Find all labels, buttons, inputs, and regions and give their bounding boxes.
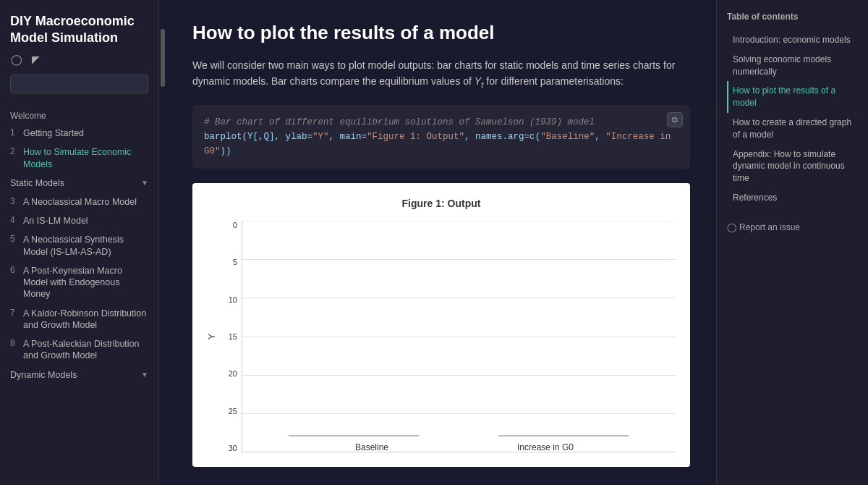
toc-label-introduction: Introduction: economic models xyxy=(733,35,851,45)
bar-group-baseline xyxy=(271,435,437,436)
y-label-0: 0 xyxy=(233,221,237,229)
sidebar-icons: ◯ ◤ xyxy=(10,53,148,66)
nav-num-7: 7 xyxy=(10,308,20,319)
dynamic-models-section[interactable]: Dynamic Models ▼ xyxy=(0,366,158,384)
sidebar-item-5[interactable]: 5 A Neoclassical Synthesis Model (IS-LM-… xyxy=(0,230,158,261)
sidebar-item-6[interactable]: 6 A Post-Keynesian Macro Model with Endo… xyxy=(0,261,158,304)
toc-label-solving: Solving economic models numerically xyxy=(733,54,831,77)
toc-label-appendix: Appendix: How to simulate dynamic model … xyxy=(733,149,845,184)
y-label-20: 20 xyxy=(229,369,237,378)
report-label: Report an issue xyxy=(739,222,800,232)
chart-container: Figure 1: Output Y 30 25 20 15 10 5 0 xyxy=(192,183,690,467)
github-icon[interactable]: ◯ xyxy=(10,53,23,66)
nav-label-6: A Post-Keynesian Macro Model with Endoge… xyxy=(23,265,148,300)
bar-group-g0 xyxy=(480,435,647,436)
report-icon: ◯ xyxy=(727,222,736,232)
x-label-baseline: Baseline xyxy=(307,442,437,452)
chevron-down-icon-2: ▼ xyxy=(141,371,148,379)
dynamic-models-label: Dynamic Models xyxy=(10,370,77,380)
main-content: How to plot the results of a model We wi… xyxy=(166,0,716,485)
y-label-15: 15 xyxy=(229,332,237,341)
scroll-thumb[interactable] xyxy=(161,29,165,87)
welcome-label: Welcome xyxy=(0,105,158,124)
toc-label-plot: How to plot the results of a model xyxy=(733,85,835,108)
x-label-g0: Increase in G0 xyxy=(480,442,610,452)
search-input[interactable] xyxy=(10,75,148,93)
sidebar-title: DIY Macroeconomic Model Simulation xyxy=(10,13,148,46)
nav-num-3: 3 xyxy=(10,196,20,208)
nav-label-8: A Post-Kaleckian Distribution and Growth… xyxy=(23,338,148,362)
code-line-1: # Bar chart of different equilibrium sol… xyxy=(204,115,678,130)
nav-num-1: 1 xyxy=(10,127,20,139)
code-args: (Y[,Q], ylab="Y", main="Figure 1: Output… xyxy=(204,132,671,156)
nav-label-3: A Neoclassical Macro Model xyxy=(23,196,137,208)
code-comment: # Bar chart of different equilibrium sol… xyxy=(204,117,595,127)
x-axis-labels: Baseline Increase in G0 xyxy=(242,436,676,452)
sidebar-item-4[interactable]: 4 An IS-LM Model xyxy=(0,211,158,230)
nav-num-5: 5 xyxy=(10,234,20,245)
nav-label-1: Getting Started xyxy=(23,127,84,139)
y-label-25: 25 xyxy=(229,407,237,416)
sidebar-header: DIY Macroeconomic Model Simulation ◯ ◤ xyxy=(0,0,158,101)
nav-num-4: 4 xyxy=(10,215,20,227)
sidebar: DIY Macroeconomic Model Simulation ◯ ◤ W… xyxy=(0,0,159,485)
nav-num-6: 6 xyxy=(10,265,20,277)
code-block: ⧉ # Bar chart of different equilibrium s… xyxy=(192,105,690,169)
code-line-2: barplot(Y[,Q], ylab="Y", main="Figure 1:… xyxy=(204,130,678,159)
toc-item-introduction[interactable]: Introduction: economic models xyxy=(727,30,858,50)
toc-item-references[interactable]: References xyxy=(727,188,858,208)
scroll-track xyxy=(159,0,166,485)
y-axis: 30 25 20 15 10 5 0 xyxy=(220,221,242,452)
sidebar-item-3[interactable]: 3 A Neoclassical Macro Model xyxy=(0,193,158,211)
chart-inner: Y 30 25 20 15 10 5 0 xyxy=(207,221,676,452)
static-models-section[interactable]: Static Models ▼ xyxy=(0,174,158,193)
nav-label-2: How to Simulate Economic Models xyxy=(23,146,148,170)
page-intro: We will consider two main ways to plot m… xyxy=(192,57,690,92)
nav-label-7: A Kaldor-Robinson Distribution and Growt… xyxy=(23,308,148,332)
nav-num-8: 8 xyxy=(10,338,20,350)
toc-title: Table of contents xyxy=(727,12,858,22)
sidebar-item-8[interactable]: 8 A Post-Kaleckian Distribution and Grow… xyxy=(0,334,158,366)
chart-title: Figure 1: Output xyxy=(207,198,676,209)
nav-label-5: A Neoclassical Synthesis Model (IS-LM-AS… xyxy=(23,234,148,258)
report-issue-link[interactable]: ◯ Report an issue xyxy=(727,222,858,232)
bar-baseline xyxy=(289,435,419,436)
y-label-5: 5 xyxy=(233,258,237,266)
toc: Table of contents Introduction: economic… xyxy=(716,0,868,485)
nav-num-2: 2 xyxy=(10,146,20,158)
sidebar-item-7[interactable]: 7 A Kaldor-Robinson Distribution and Gro… xyxy=(0,304,158,335)
page-title: How to plot the results of a model xyxy=(192,22,690,44)
bars-area-wrapper: Baseline Increase in G0 xyxy=(242,221,676,452)
toc-item-solving[interactable]: Solving economic models numerically xyxy=(727,50,858,82)
copy-button[interactable]: ⧉ xyxy=(667,112,683,127)
y-label-30: 30 xyxy=(229,444,237,452)
toc-item-appendix[interactable]: Appendix: How to simulate dynamic model … xyxy=(727,145,858,188)
toc-label-references: References xyxy=(733,193,777,203)
toc-item-directed[interactable]: How to create a directed graph of a mode… xyxy=(727,113,858,145)
sidebar-nav: Welcome 1 Getting Started 2 How to Simul… xyxy=(0,101,158,485)
code-function: barplot xyxy=(204,132,242,142)
static-models-label: Static Models xyxy=(10,178,64,188)
toc-label-directed: How to create a directed graph of a mode… xyxy=(733,117,851,140)
y-axis-title: Y xyxy=(207,334,217,340)
nav-label-4: An IS-LM Model xyxy=(23,215,88,227)
toc-item-plot[interactable]: How to plot the results of a model xyxy=(727,81,858,113)
math-yt: Yt xyxy=(475,75,484,87)
toggle-icon[interactable]: ◤ xyxy=(29,53,42,66)
bar-g0 xyxy=(498,435,629,436)
chevron-down-icon: ▼ xyxy=(141,179,148,187)
sidebar-item-how-to-simulate[interactable]: 2 How to Simulate Economic Models xyxy=(0,143,158,174)
bars-container xyxy=(242,221,676,436)
y-label-10: 10 xyxy=(229,295,237,304)
sidebar-item-getting-started[interactable]: 1 Getting Started xyxy=(0,124,158,143)
intro-text: We will consider two main ways to plot m… xyxy=(192,59,675,87)
